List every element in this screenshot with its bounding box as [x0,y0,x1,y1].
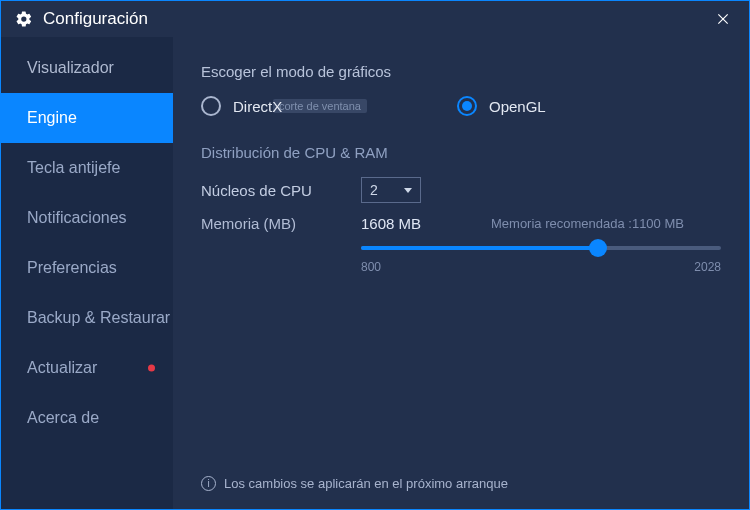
cpu-cores-select[interactable]: 2 [361,177,421,203]
sidebar-item-backup-restaurar[interactable]: Backup & Restaurar [1,293,173,343]
graphics-section-title: Escoger el modo de gráficos [201,63,721,80]
slider-thumb[interactable] [589,239,607,257]
sidebar-item-visualizador[interactable]: Visualizador [1,43,173,93]
slider-fill [361,246,598,250]
footer-note: i Los cambios se aplicarán en el próximo… [201,476,508,491]
radio-opengl[interactable]: OpenGL [457,96,546,116]
cpu-cores-value: 2 [370,182,378,198]
sidebar-item-notificaciones[interactable]: Notificaciones [1,193,173,243]
sidebar-item-label: Engine [27,109,77,127]
close-button[interactable] [705,1,741,37]
radio-directx[interactable]: DirectX [201,96,457,116]
sidebar-item-label: Visualizador [27,59,114,77]
sidebar-item-label: Actualizar [27,359,97,377]
notify-dot-icon [148,365,155,372]
sidebar-item-engine[interactable]: Engine [1,93,173,143]
window-title: Configuración [43,9,705,29]
memory-label: Memoria (MB) [201,215,361,232]
cpu-ram-section-title: Distribución de CPU & RAM [201,144,721,161]
radio-label: DirectX [233,98,282,115]
radio-icon [201,96,221,116]
slider-track [361,246,721,250]
sidebar-item-label: Backup & Restaurar [27,309,170,327]
radio-icon [457,96,477,116]
sidebar-item-label: Tecla antijefe [27,159,120,177]
titlebar: Configuración [1,1,749,37]
sidebar-item-preferencias[interactable]: Preferencias [1,243,173,293]
sidebar-item-actualizar[interactable]: Actualizar [1,343,173,393]
memory-slider[interactable]: 800 2028 [361,246,721,274]
sidebar-item-label: Preferencias [27,259,117,277]
memory-recommended: Memoria recomendada :1100 MB [491,216,684,231]
close-icon [716,12,730,26]
sidebar-item-label: Acerca de [27,409,99,427]
sidebar-item-label: Notificaciones [27,209,127,227]
memory-value: 1608 MB [361,215,491,232]
caret-down-icon [404,188,412,193]
radio-label: OpenGL [489,98,546,115]
sidebar: Visualizador Engine Tecla antijefe Notif… [1,37,173,509]
footer-note-text: Los cambios se aplicarán en el próximo a… [224,476,508,491]
sidebar-item-tecla-antijefe[interactable]: Tecla antijefe [1,143,173,193]
cpu-cores-label: Núcleos de CPU [201,182,361,199]
main-panel: Escoger el modo de gráficos corte de ven… [173,37,749,509]
gear-icon [15,10,33,28]
slider-max: 2028 [694,260,721,274]
info-icon: i [201,476,216,491]
slider-min: 800 [361,260,381,274]
sidebar-item-acerca-de[interactable]: Acerca de [1,393,173,443]
